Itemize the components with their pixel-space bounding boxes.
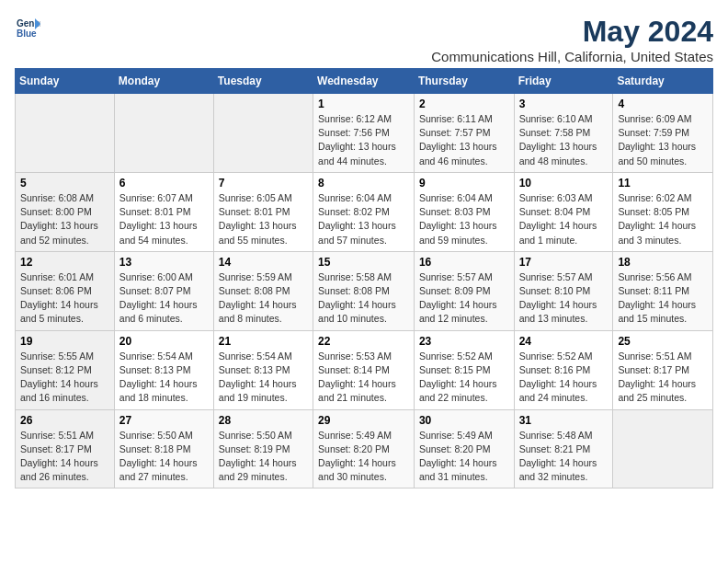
day-header-friday: Friday (514, 69, 613, 94)
page-header: General Blue May 2024 Communications Hil… (15, 15, 713, 64)
day-info: Sunrise: 6:10 AMSunset: 7:58 PMDaylight:… (519, 112, 609, 168)
calendar-cell: 28Sunrise: 5:50 AMSunset: 8:19 PMDayligh… (213, 409, 313, 488)
day-info: Sunrise: 5:57 AMSunset: 8:10 PMDaylight:… (519, 270, 609, 327)
calendar-cell: 30Sunrise: 5:49 AMSunset: 8:20 PMDayligh… (414, 409, 514, 488)
day-info: Sunrise: 6:02 AMSunset: 8:05 PMDaylight:… (618, 191, 708, 247)
calendar-cell: 26Sunrise: 5:51 AMSunset: 8:17 PMDayligh… (16, 409, 115, 488)
calendar-cell: 12Sunrise: 6:01 AMSunset: 8:06 PMDayligh… (16, 251, 115, 330)
day-info: Sunrise: 6:07 AMSunset: 8:01 PMDaylight:… (119, 191, 209, 247)
calendar-cell (613, 409, 713, 488)
calendar-week-1: 1Sunrise: 6:12 AMSunset: 7:56 PMDaylight… (16, 94, 713, 173)
day-number: 9 (419, 177, 509, 190)
day-number: 26 (20, 414, 109, 427)
calendar-week-3: 12Sunrise: 6:01 AMSunset: 8:06 PMDayligh… (16, 251, 713, 330)
day-info: Sunrise: 5:57 AMSunset: 8:09 PMDaylight:… (419, 270, 509, 327)
day-info: Sunrise: 5:50 AMSunset: 8:19 PMDaylight:… (219, 429, 308, 485)
day-info: Sunrise: 5:52 AMSunset: 8:15 PMDaylight:… (419, 350, 509, 406)
day-number: 10 (519, 177, 609, 190)
subtitle: Communications Hill, California, United … (431, 49, 713, 64)
day-number: 13 (119, 256, 209, 269)
calendar-header: SundayMondayTuesdayWednesdayThursdayFrid… (16, 69, 713, 94)
svg-text:Blue: Blue (17, 29, 37, 39)
day-number: 24 (519, 335, 609, 348)
calendar-cell: 25Sunrise: 5:51 AMSunset: 8:17 PMDayligh… (613, 330, 713, 409)
day-number: 17 (519, 256, 609, 269)
day-info: Sunrise: 6:05 AMSunset: 8:01 PMDaylight:… (219, 191, 308, 247)
day-info: Sunrise: 6:12 AMSunset: 7:56 PMDaylight:… (318, 112, 409, 168)
calendar-cell: 29Sunrise: 5:49 AMSunset: 8:20 PMDayligh… (313, 409, 415, 488)
day-number: 28 (219, 414, 308, 427)
day-info: Sunrise: 6:01 AMSunset: 8:06 PMDaylight:… (20, 270, 109, 327)
calendar-cell: 10Sunrise: 6:03 AMSunset: 8:04 PMDayligh… (514, 172, 613, 251)
day-number: 20 (119, 335, 209, 348)
calendar-cell (114, 94, 213, 173)
day-number: 12 (20, 256, 109, 269)
day-number: 3 (519, 98, 609, 110)
calendar-cell: 14Sunrise: 5:59 AMSunset: 8:08 PMDayligh… (213, 251, 313, 330)
day-number: 6 (119, 177, 209, 190)
day-info: Sunrise: 6:09 AMSunset: 7:59 PMDaylight:… (618, 112, 708, 168)
calendar-cell: 2Sunrise: 6:11 AMSunset: 7:57 PMDaylight… (414, 94, 514, 173)
day-info: Sunrise: 5:52 AMSunset: 8:16 PMDaylight:… (519, 350, 609, 406)
calendar-cell: 17Sunrise: 5:57 AMSunset: 8:10 PMDayligh… (514, 251, 613, 330)
calendar-cell: 8Sunrise: 6:04 AMSunset: 8:02 PMDaylight… (313, 172, 415, 251)
day-header-saturday: Saturday (613, 69, 713, 94)
day-number: 27 (119, 414, 209, 427)
calendar-cell: 3Sunrise: 6:10 AMSunset: 7:58 PMDaylight… (514, 94, 613, 173)
day-number: 30 (419, 414, 509, 427)
day-info: Sunrise: 6:00 AMSunset: 8:07 PMDaylight:… (119, 270, 209, 327)
day-number: 8 (318, 177, 409, 190)
day-number: 29 (318, 414, 409, 427)
calendar-cell: 24Sunrise: 5:52 AMSunset: 8:16 PMDayligh… (514, 330, 613, 409)
day-info: Sunrise: 5:54 AMSunset: 8:13 PMDaylight:… (119, 350, 209, 406)
calendar-cell: 22Sunrise: 5:53 AMSunset: 8:14 PMDayligh… (313, 330, 415, 409)
day-info: Sunrise: 6:04 AMSunset: 8:02 PMDaylight:… (318, 191, 409, 247)
day-header-sunday: Sunday (16, 69, 115, 94)
day-info: Sunrise: 5:50 AMSunset: 8:18 PMDaylight:… (119, 429, 209, 485)
calendar-cell: 4Sunrise: 6:09 AMSunset: 7:59 PMDaylight… (613, 94, 713, 173)
title-area: May 2024 Communications Hill, California… (431, 15, 713, 64)
day-info: Sunrise: 5:51 AMSunset: 8:17 PMDaylight:… (618, 350, 708, 406)
day-info: Sunrise: 6:04 AMSunset: 8:03 PMDaylight:… (419, 191, 509, 247)
day-info: Sunrise: 5:58 AMSunset: 8:08 PMDaylight:… (318, 270, 409, 327)
calendar-week-5: 26Sunrise: 5:51 AMSunset: 8:17 PMDayligh… (16, 409, 713, 488)
calendar-cell: 27Sunrise: 5:50 AMSunset: 8:18 PMDayligh… (114, 409, 213, 488)
day-number: 14 (219, 256, 308, 269)
calendar-cell: 9Sunrise: 6:04 AMSunset: 8:03 PMDaylight… (414, 172, 514, 251)
calendar-cell (16, 94, 115, 173)
day-number: 22 (318, 335, 409, 348)
logo-icon: General Blue (15, 15, 40, 40)
day-number: 7 (219, 177, 308, 190)
day-number: 15 (318, 256, 409, 269)
calendar-cell: 31Sunrise: 5:48 AMSunset: 8:21 PMDayligh… (514, 409, 613, 488)
calendar-cell: 7Sunrise: 6:05 AMSunset: 8:01 PMDaylight… (213, 172, 313, 251)
calendar-cell: 13Sunrise: 6:00 AMSunset: 8:07 PMDayligh… (114, 251, 213, 330)
day-info: Sunrise: 6:03 AMSunset: 8:04 PMDaylight:… (519, 191, 609, 247)
calendar-cell: 5Sunrise: 6:08 AMSunset: 8:00 PMDaylight… (16, 172, 115, 251)
calendar-cell: 6Sunrise: 6:07 AMSunset: 8:01 PMDaylight… (114, 172, 213, 251)
day-info: Sunrise: 5:51 AMSunset: 8:17 PMDaylight:… (20, 429, 109, 485)
day-info: Sunrise: 5:59 AMSunset: 8:08 PMDaylight:… (219, 270, 308, 327)
calendar-week-4: 19Sunrise: 5:55 AMSunset: 8:12 PMDayligh… (16, 330, 713, 409)
calendar-cell: 23Sunrise: 5:52 AMSunset: 8:15 PMDayligh… (414, 330, 514, 409)
day-header-wednesday: Wednesday (313, 69, 415, 94)
day-number: 16 (419, 256, 509, 269)
day-info: Sunrise: 5:54 AMSunset: 8:13 PMDaylight:… (219, 350, 308, 406)
day-number: 25 (618, 335, 708, 348)
day-number: 2 (419, 98, 509, 110)
calendar-cell (213, 94, 313, 173)
logo: General Blue (15, 15, 40, 40)
calendar-cell: 15Sunrise: 5:58 AMSunset: 8:08 PMDayligh… (313, 251, 415, 330)
calendar-cell: 18Sunrise: 5:56 AMSunset: 8:11 PMDayligh… (613, 251, 713, 330)
day-info: Sunrise: 5:56 AMSunset: 8:11 PMDaylight:… (618, 270, 708, 327)
day-number: 31 (519, 414, 609, 427)
calendar-cell: 16Sunrise: 5:57 AMSunset: 8:09 PMDayligh… (414, 251, 514, 330)
calendar-cell: 1Sunrise: 6:12 AMSunset: 7:56 PMDaylight… (313, 94, 415, 173)
day-number: 19 (20, 335, 109, 348)
day-header-thursday: Thursday (414, 69, 514, 94)
day-header-tuesday: Tuesday (213, 69, 313, 94)
calendar-cell: 11Sunrise: 6:02 AMSunset: 8:05 PMDayligh… (613, 172, 713, 251)
day-number: 1 (318, 98, 409, 110)
calendar-cell: 21Sunrise: 5:54 AMSunset: 8:13 PMDayligh… (213, 330, 313, 409)
day-info: Sunrise: 5:53 AMSunset: 8:14 PMDaylight:… (318, 350, 409, 406)
